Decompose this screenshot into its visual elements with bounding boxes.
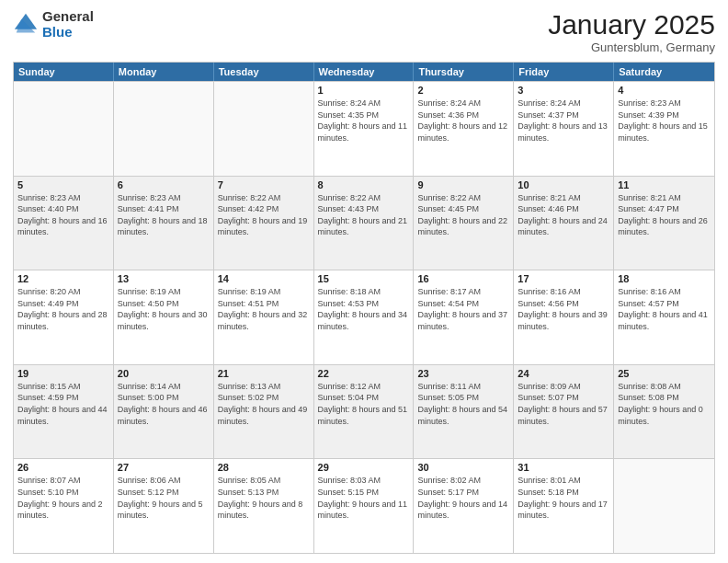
day-info: Sunrise: 8:23 AMSunset: 4:41 PMDaylight:… [118, 192, 210, 238]
day-of-week-header: Sunday [14, 63, 114, 81]
day-info: Sunrise: 8:19 AMSunset: 4:50 PMDaylight:… [118, 286, 210, 332]
day-number: 20 [118, 368, 210, 379]
calendar-cell: 17Sunrise: 8:16 AMSunset: 4:56 PMDayligh… [514, 270, 614, 364]
day-number: 14 [218, 273, 310, 284]
day-info: Sunrise: 8:08 AMSunset: 5:08 PMDaylight:… [618, 381, 711, 427]
calendar-cell: 30Sunrise: 8:02 AMSunset: 5:17 PMDayligh… [414, 459, 514, 553]
day-info: Sunrise: 8:15 AMSunset: 4:59 PMDaylight:… [17, 381, 109, 427]
logo-general: General [42, 9, 94, 25]
calendar-cell: 19Sunrise: 8:15 AMSunset: 4:59 PMDayligh… [14, 365, 114, 459]
day-info: Sunrise: 8:22 AMSunset: 4:45 PMDaylight:… [417, 192, 509, 238]
day-number: 4 [618, 85, 711, 96]
calendar-cell [114, 82, 214, 176]
day-of-week-header: Friday [514, 63, 614, 81]
calendar-week: 5Sunrise: 8:23 AMSunset: 4:40 PMDaylight… [14, 176, 714, 270]
day-number: 2 [417, 85, 509, 96]
day-number: 19 [17, 368, 109, 379]
day-info: Sunrise: 8:01 AMSunset: 5:18 PMDaylight:… [518, 475, 609, 521]
day-number: 26 [17, 462, 109, 473]
calendar-cell: 5Sunrise: 8:23 AMSunset: 4:40 PMDaylight… [14, 177, 114, 270]
logo-icon [13, 12, 39, 38]
calendar-cell: 14Sunrise: 8:19 AMSunset: 4:51 PMDayligh… [214, 270, 314, 364]
day-number: 23 [417, 368, 509, 379]
day-of-week-header: Saturday [614, 63, 714, 81]
day-number: 8 [318, 179, 410, 190]
main-title: January 2025 [548, 9, 715, 40]
day-info: Sunrise: 8:20 AMSunset: 4:49 PMDaylight:… [17, 286, 109, 332]
day-number: 9 [417, 179, 509, 190]
calendar-cell: 23Sunrise: 8:11 AMSunset: 5:05 PMDayligh… [414, 365, 514, 459]
day-number: 22 [318, 368, 410, 379]
day-number: 24 [518, 368, 609, 379]
calendar-cell: 13Sunrise: 8:19 AMSunset: 4:50 PMDayligh… [114, 270, 214, 364]
calendar-cell: 24Sunrise: 8:09 AMSunset: 5:07 PMDayligh… [514, 365, 614, 459]
calendar-week: 26Sunrise: 8:07 AMSunset: 5:10 PMDayligh… [14, 458, 714, 553]
calendar-cell: 18Sunrise: 8:16 AMSunset: 4:57 PMDayligh… [614, 270, 714, 364]
calendar-cell: 26Sunrise: 8:07 AMSunset: 5:10 PMDayligh… [14, 459, 114, 553]
day-info: Sunrise: 8:12 AMSunset: 5:04 PMDaylight:… [318, 381, 410, 427]
day-info: Sunrise: 8:19 AMSunset: 4:51 PMDaylight:… [218, 286, 310, 332]
day-number: 10 [518, 179, 609, 190]
header: General Blue January 2025 Guntersblum, G… [13, 9, 715, 54]
day-number: 3 [518, 85, 609, 96]
day-number: 18 [618, 273, 711, 284]
day-number: 7 [218, 179, 310, 190]
calendar-cell: 22Sunrise: 8:12 AMSunset: 5:04 PMDayligh… [314, 365, 415, 459]
day-number: 5 [17, 179, 109, 190]
day-number: 11 [618, 179, 711, 190]
calendar-cell: 25Sunrise: 8:08 AMSunset: 5:08 PMDayligh… [614, 365, 714, 459]
calendar-cell: 20Sunrise: 8:14 AMSunset: 5:00 PMDayligh… [114, 365, 214, 459]
logo-blue: Blue [42, 25, 94, 40]
calendar-header: SundayMondayTuesdayWednesdayThursdayFrid… [14, 63, 714, 81]
day-info: Sunrise: 8:17 AMSunset: 4:54 PMDaylight:… [417, 286, 509, 332]
day-number: 21 [218, 368, 310, 379]
day-info: Sunrise: 8:23 AMSunset: 4:39 PMDaylight:… [618, 98, 711, 144]
day-number: 17 [518, 273, 609, 284]
calendar-body: 1Sunrise: 8:24 AMSunset: 4:35 PMDaylight… [14, 81, 714, 553]
day-info: Sunrise: 8:14 AMSunset: 5:00 PMDaylight:… [118, 381, 210, 427]
day-of-week-header: Monday [114, 63, 214, 81]
calendar-week: 1Sunrise: 8:24 AMSunset: 4:35 PMDaylight… [14, 81, 714, 176]
day-info: Sunrise: 8:02 AMSunset: 5:17 PMDaylight:… [417, 475, 509, 521]
day-info: Sunrise: 8:24 AMSunset: 4:37 PMDaylight:… [518, 98, 609, 144]
day-number: 28 [218, 462, 310, 473]
calendar-cell: 2Sunrise: 8:24 AMSunset: 4:36 PMDaylight… [414, 82, 514, 176]
calendar-cell: 11Sunrise: 8:21 AMSunset: 4:47 PMDayligh… [614, 177, 714, 270]
day-number: 12 [17, 273, 109, 284]
calendar-cell: 7Sunrise: 8:22 AMSunset: 4:42 PMDaylight… [214, 177, 314, 270]
day-number: 15 [318, 273, 410, 284]
calendar-cell [14, 82, 114, 176]
calendar-cell: 1Sunrise: 8:24 AMSunset: 4:35 PMDaylight… [314, 82, 415, 176]
calendar-cell: 6Sunrise: 8:23 AMSunset: 4:41 PMDaylight… [114, 177, 214, 270]
day-info: Sunrise: 8:06 AMSunset: 5:12 PMDaylight:… [118, 475, 210, 521]
day-info: Sunrise: 8:21 AMSunset: 4:46 PMDaylight:… [518, 192, 609, 238]
day-info: Sunrise: 8:21 AMSunset: 4:47 PMDaylight:… [618, 192, 711, 238]
title-section: January 2025 Guntersblum, Germany [548, 9, 715, 54]
day-number: 25 [618, 368, 711, 379]
calendar-cell: 29Sunrise: 8:03 AMSunset: 5:15 PMDayligh… [314, 459, 415, 553]
calendar-cell: 15Sunrise: 8:18 AMSunset: 4:53 PMDayligh… [314, 270, 415, 364]
day-number: 29 [318, 462, 410, 473]
day-number: 6 [118, 179, 210, 190]
calendar-cell [614, 459, 714, 553]
calendar-cell: 21Sunrise: 8:13 AMSunset: 5:02 PMDayligh… [214, 365, 314, 459]
day-info: Sunrise: 8:03 AMSunset: 5:15 PMDaylight:… [318, 475, 410, 521]
day-info: Sunrise: 8:24 AMSunset: 4:36 PMDaylight:… [417, 98, 509, 144]
calendar-cell: 12Sunrise: 8:20 AMSunset: 4:49 PMDayligh… [14, 270, 114, 364]
calendar-week: 12Sunrise: 8:20 AMSunset: 4:49 PMDayligh… [14, 270, 714, 364]
day-info: Sunrise: 8:16 AMSunset: 4:57 PMDaylight:… [618, 286, 711, 332]
calendar-week: 19Sunrise: 8:15 AMSunset: 4:59 PMDayligh… [14, 364, 714, 459]
calendar-cell: 3Sunrise: 8:24 AMSunset: 4:37 PMDaylight… [514, 82, 614, 176]
day-info: Sunrise: 8:13 AMSunset: 5:02 PMDaylight:… [218, 381, 310, 427]
day-info: Sunrise: 8:09 AMSunset: 5:07 PMDaylight:… [518, 381, 609, 427]
day-info: Sunrise: 8:22 AMSunset: 4:43 PMDaylight:… [318, 192, 410, 238]
day-of-week-header: Thursday [414, 63, 514, 81]
day-info: Sunrise: 8:05 AMSunset: 5:13 PMDaylight:… [218, 475, 310, 521]
day-of-week-header: Tuesday [214, 63, 314, 81]
calendar-cell: 10Sunrise: 8:21 AMSunset: 4:46 PMDayligh… [514, 177, 614, 270]
calendar-cell: 28Sunrise: 8:05 AMSunset: 5:13 PMDayligh… [214, 459, 314, 553]
day-number: 16 [417, 273, 509, 284]
day-number: 1 [318, 85, 410, 96]
day-number: 31 [518, 462, 609, 473]
day-info: Sunrise: 8:23 AMSunset: 4:40 PMDaylight:… [17, 192, 109, 238]
